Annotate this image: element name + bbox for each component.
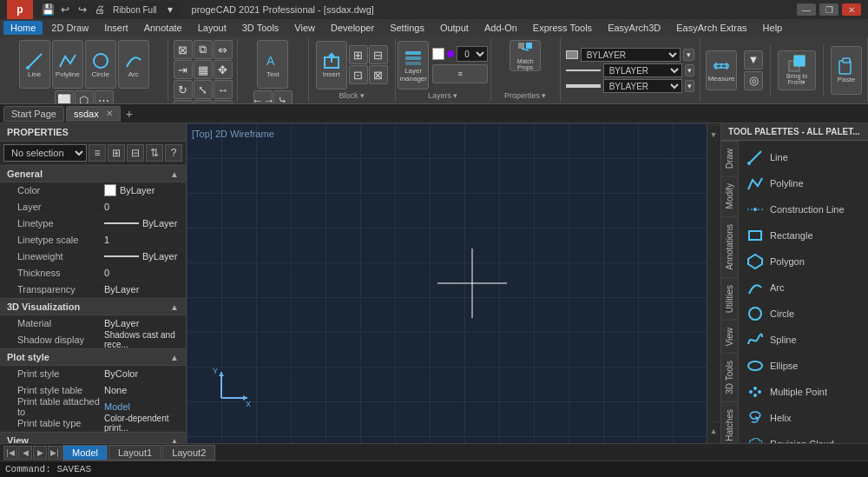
viz3d-section-header[interactable]: 3D Visualization ▲ (0, 298, 186, 315)
dim-btn[interactable]: ←→ (253, 90, 273, 104)
palette-tab-utilities[interactable]: Utilities (721, 277, 738, 320)
stretch-btn[interactable]: ↔ (214, 80, 233, 99)
block-4[interactable]: ⊠ (369, 65, 388, 84)
cad-canvas[interactable]: [Top] 2D Wireframe X Y (187, 123, 707, 443)
rotate-btn[interactable]: ↻ (174, 80, 193, 99)
tool-multiple-point[interactable]: Multiple Point (742, 379, 865, 405)
minimize-btn[interactable]: — (797, 3, 816, 16)
menu-home[interactable]: Home (3, 21, 43, 35)
block-2[interactable]: ⊟ (369, 45, 388, 64)
model-tab-layout2[interactable]: Layout2 (162, 445, 215, 460)
model-nav-prev[interactable]: ◀ (18, 446, 32, 460)
general-section-header[interactable]: General ▲ (0, 165, 186, 182)
model-tab-layout1[interactable]: Layout1 (108, 445, 161, 460)
menu-developer[interactable]: Developer (324, 21, 381, 35)
close-btn[interactable]: ✕ (842, 3, 861, 16)
help-btn[interactable]: ? (165, 144, 182, 162)
tool-polyline[interactable]: Polyline (742, 170, 865, 196)
redo-qa-btn[interactable]: ↪ (75, 2, 90, 17)
color-dropdown-arrow[interactable]: ▾ (683, 49, 694, 61)
ribbon-full-btn[interactable]: Ribbon Full (109, 2, 161, 17)
match-properties-btn[interactable]: MatchProps (510, 40, 541, 71)
menu-easyarch-extras[interactable]: EasyArch Extras (669, 21, 753, 35)
save-qa-btn[interactable]: 💾 (40, 2, 56, 17)
prop-color-value[interactable]: ByLayer (104, 184, 179, 196)
draw-small-1[interactable]: ⬜ (55, 90, 74, 104)
lineweight-dropdown-arrow[interactable]: ▾ (685, 80, 694, 92)
menu-express[interactable]: Express Tools (526, 21, 599, 35)
model-nav-next[interactable]: ▶ (33, 446, 47, 460)
block-1[interactable]: ⊞ (349, 45, 368, 64)
menu-output[interactable]: Output (433, 21, 476, 35)
maximize-btn[interactable]: ❐ (819, 3, 838, 16)
layer-manager-btn[interactable]: Layermanager (398, 41, 429, 89)
tab-add-btn[interactable]: + (122, 107, 136, 121)
tool-spline[interactable]: Spline (742, 327, 865, 353)
model-nav-last[interactable]: ▶| (48, 446, 62, 460)
quick-select-btn[interactable]: ≡ (89, 144, 106, 162)
menu-addon[interactable]: Add-On (477, 21, 524, 35)
plot-section-header[interactable]: Plot style ▲ (0, 348, 186, 366)
leader-btn[interactable]: ⤷ (273, 90, 293, 104)
selection-dropdown[interactable]: No selection (3, 144, 87, 162)
palette-tab-annotations[interactable]: Annotations (721, 216, 738, 277)
palette-tab-fills-hatches[interactable]: Fills and Hatches (721, 401, 738, 443)
palette-tab-view[interactable]: View (721, 320, 738, 354)
tool-rectangle[interactable]: Rectangle (742, 222, 865, 248)
side-tab-scroll-down[interactable]: ▼ (707, 421, 720, 441)
toggle-btn[interactable]: ⇅ (146, 144, 163, 162)
layer-btn-2[interactable]: ≡ (432, 64, 488, 83)
menu-layout[interactable]: Layout (191, 21, 233, 35)
menu-help[interactable]: Help (756, 21, 790, 35)
scale-btn[interactable]: ⤡ (194, 80, 213, 99)
text-btn[interactable]: A Text (257, 40, 288, 89)
model-nav-first[interactable]: |◀ (3, 446, 17, 460)
measure-btn[interactable]: Measure (706, 50, 737, 90)
palette-tab-modify[interactable]: Modify (721, 176, 738, 215)
draw-small-3[interactable]: ⋯ (95, 90, 114, 104)
deselect-btn[interactable]: ⊟ (127, 144, 144, 162)
tab-start-page[interactable]: Start Page (3, 106, 64, 122)
tool-construction-line[interactable]: Construction Line (742, 196, 865, 222)
palette-tab-3d-tools[interactable]: 3D Tools (721, 353, 738, 401)
array-btn[interactable]: ▦ (194, 60, 213, 79)
menu-view[interactable]: View (287, 21, 322, 35)
line-btn[interactable]: Line (19, 40, 50, 89)
menu-insert[interactable]: Insert (97, 21, 135, 35)
menu-annotate[interactable]: Annotate (137, 21, 189, 35)
copy-btn[interactable]: ⧉ (194, 40, 213, 59)
mirror-btn[interactable]: ⇔ (214, 40, 233, 59)
tool-line[interactable]: Line (742, 144, 865, 170)
draw-small-2[interactable]: ⬡ (75, 90, 94, 104)
menu-settings[interactable]: Settings (383, 21, 431, 35)
filter-btn[interactable]: ▼ (744, 50, 763, 70)
circle-btn[interactable]: Circle (85, 40, 116, 89)
side-tab-scroll-up[interactable]: ▲ (707, 125, 720, 145)
menu-easyarch3d[interactable]: EasyArch3D (601, 21, 667, 35)
tool-ellipse[interactable]: Ellipse (742, 353, 865, 379)
menu-2d-draw[interactable]: 2D Draw (44, 21, 95, 35)
block-3[interactable]: ⊡ (349, 65, 368, 84)
linetype-dropdown[interactable]: BYLAYER (603, 63, 682, 77)
model-tab-model[interactable]: Model (62, 445, 108, 460)
paste-btn[interactable]: Paste (831, 46, 862, 95)
move-btn[interactable]: ✥ (214, 60, 233, 79)
view-section-header[interactable]: View ▲ (0, 432, 186, 443)
qa-dropdown-btn[interactable]: ▾ (162, 2, 178, 17)
tab-ssdax-close[interactable]: ✕ (106, 109, 113, 118)
select-all-btn[interactable]: ⊞ (108, 144, 125, 162)
linetype-dropdown-arrow[interactable]: ▾ (685, 64, 694, 76)
arc-btn[interactable]: Arc (118, 40, 149, 89)
undo-qa-btn[interactable]: ↩ (57, 2, 73, 17)
tool-arc[interactable]: Arc (742, 275, 865, 301)
prop-print-attached-value[interactable]: Model (104, 401, 179, 412)
menu-3d-tools[interactable]: 3D Tools (235, 21, 286, 35)
lineweight-dropdown[interactable]: BYLAYER (603, 79, 682, 93)
polyline-btn[interactable]: Polyline (52, 40, 83, 89)
erase-btn[interactable]: ⊠ (174, 40, 193, 59)
color-dropdown[interactable]: BYLAYER (581, 48, 681, 62)
tool-circle[interactable]: Circle (742, 301, 865, 327)
tab-ssdax[interactable]: ssdax ✕ (66, 106, 121, 122)
insert-btn[interactable]: Insert (316, 41, 347, 89)
palette-tab-draw[interactable]: Draw (721, 141, 738, 176)
